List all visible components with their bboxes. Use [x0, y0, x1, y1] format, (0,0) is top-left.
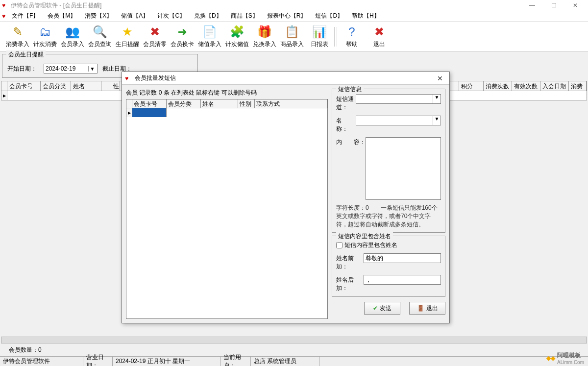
status-app: 伊特会员管理软件 — [0, 357, 83, 366]
name-include-group: 短信内容里包含姓名 短信内容里包含姓名 姓名前加： 姓名后加： — [332, 236, 445, 297]
list-col-contact[interactable]: 联系方式 — [255, 99, 327, 108]
list-hint: 会员 记录数 0 条 在列表处 鼠标右键 可以删除号码 — [126, 89, 328, 97]
toolbar-帮助[interactable]: ?帮助 — [338, 23, 366, 50]
include-name-checkbox[interactable] — [336, 242, 343, 248]
toolbar-会员清零[interactable]: ✖会员清零 — [141, 23, 169, 50]
toolbar-label: 日报表 — [311, 40, 328, 49]
toolbar-储值录入[interactable]: 📄储值录入 — [196, 23, 223, 50]
send-button[interactable]: ✔发送 — [364, 302, 400, 315]
toolbar-label: 会员换卡 — [171, 40, 194, 49]
toolbar-icon: 📊 — [312, 24, 327, 39]
status-biz-label: 营业日期： — [83, 357, 113, 366]
toolbar-兑换录入[interactable]: 🎁兑换录入 — [251, 23, 278, 50]
member-list-grid[interactable]: 会员卡号 会员分类 姓名 性别 联系方式 ▶ — [126, 99, 328, 319]
toolbar-icon: 🎁 — [257, 24, 272, 39]
toolbar-icon: 🧩 — [230, 24, 245, 39]
list-row-marker-head — [126, 99, 132, 108]
list-row-marker: ▶ — [126, 108, 132, 117]
menu-consume[interactable]: 消费【X】 — [85, 12, 112, 20]
prefix-input[interactable] — [364, 253, 441, 263]
toolbar-日报表[interactable]: 📊日报表 — [306, 23, 333, 50]
sms-info-group: 短信信息 短信通道： ▼ 名 称： ▼ 内 容： 字符长度：0 一条短信只能发1… — [332, 89, 445, 233]
dropdown-icon[interactable]: ▼ — [88, 66, 96, 72]
menu-store[interactable]: 储值【A】 — [121, 12, 148, 20]
toolbar-icon: 📄 — [202, 24, 217, 39]
toolbar-会员查询[interactable]: 🔍会员查询 — [86, 23, 114, 50]
suffix-input[interactable] — [364, 275, 441, 285]
toolbar-消费录入[interactable]: ✎消费录入 — [4, 23, 31, 50]
toolbar-生日提醒[interactable]: ★生日提醒 — [114, 23, 141, 50]
menu-member[interactable]: 会员【M】 — [48, 12, 76, 20]
watermark: ◆◆ 阿哩模板ALimm.Com — [546, 351, 584, 365]
menu-count[interactable]: 计次【C】 — [157, 12, 185, 20]
toolbar-退出[interactable]: ✖退出 — [366, 23, 393, 50]
toolbar-label: 计次消费 — [33, 40, 57, 49]
col-name[interactable]: 姓名 — [71, 81, 101, 91]
list-col-name[interactable]: 姓名 — [201, 99, 238, 108]
menu-reports[interactable]: 报表中心【R】 — [267, 12, 307, 20]
menu-exchange[interactable]: 兑换【D】 — [194, 12, 222, 20]
dropdown-icon[interactable]: ▼ — [433, 95, 441, 103]
maximize-button[interactable]: ☐ — [543, 0, 564, 11]
toolbar-icon: ★ — [120, 24, 135, 39]
toolbar-icon: ✖ — [372, 24, 387, 39]
window-close-button[interactable]: ✕ — [564, 0, 586, 11]
sms-dialog: ♥ 会员批量发短信 ✕ 会员 记录数 0 条 在列表处 鼠标右键 可以删除号码 … — [122, 72, 450, 323]
toolbar-计次储值[interactable]: 🧩计次储值 — [223, 23, 251, 50]
exit-button[interactable]: 🚪退出 — [409, 302, 445, 315]
menu-sms[interactable]: 短信【D】 — [315, 12, 343, 20]
list-col-gender[interactable]: 性别 — [238, 99, 255, 108]
dialog-close-button[interactable]: ✕ — [434, 73, 446, 83]
toolbar-label: 兑换录入 — [253, 40, 276, 49]
col-join-date[interactable]: 入会日期 — [540, 81, 569, 91]
menu-file[interactable]: 文件【F】 — [12, 12, 39, 20]
toolbar-label: 商品录入 — [280, 40, 304, 49]
list-col-category[interactable]: 会员分类 — [167, 99, 201, 108]
menu-bar: ♥ 文件【F】 会员【M】 消费【X】 储值【A】 计次【C】 兑换【D】 商品… — [0, 11, 588, 22]
col-cardno[interactable]: 会员卡号 — [7, 81, 41, 91]
col-category[interactable]: 会员分类 — [41, 81, 71, 91]
channel-combo[interactable]: ▼ — [356, 94, 441, 104]
start-date-input[interactable]: ▼ — [44, 64, 98, 73]
col-valid-count[interactable]: 有效次数 — [512, 81, 540, 91]
toolbar-icon: 📋 — [285, 24, 299, 39]
col-points[interactable]: 积分 — [459, 81, 484, 91]
toolbar-icon: ✖ — [147, 24, 162, 39]
toolbar-商品录入[interactable]: 📋商品录入 — [278, 23, 306, 50]
dialog-title-bar: ♥ 会员批量发短信 ✕ — [122, 72, 449, 85]
toolbar-label: 帮助 — [346, 40, 358, 49]
dialog-app-icon: ♥ — [125, 75, 132, 82]
toolbar-label: 消费录入 — [6, 40, 29, 49]
content-label: 内 容： — [336, 137, 366, 146]
member-count: 会员数量：0 — [9, 346, 42, 354]
menu-help[interactable]: 帮助【H】 — [352, 12, 380, 20]
content-textarea[interactable] — [366, 137, 441, 200]
toolbar-计次消费[interactable]: 🗂计次消费 — [31, 23, 59, 50]
toolbar-label: 生日提醒 — [116, 40, 139, 49]
channel-label: 短信通道： — [336, 94, 356, 112]
toolbar-会员换卡[interactable]: ➜会员换卡 — [169, 23, 196, 50]
selected-cell[interactable] — [132, 108, 167, 117]
toolbar-会员录入[interactable]: 👥会员录入 — [59, 23, 86, 50]
name-combo[interactable]: ▼ — [356, 116, 441, 125]
col-consume-count[interactable]: 消费次数 — [484, 81, 512, 91]
status-user-value: 总店 系统管理员 — [251, 357, 319, 366]
dropdown-icon[interactable]: ▼ — [433, 116, 441, 125]
scroll-track[interactable] — [1, 337, 587, 343]
dialog-title: 会员批量发短信 — [135, 74, 176, 82]
menu-app-icon: ♥ — [2, 13, 9, 20]
toolbar-icon: ? — [344, 24, 359, 39]
col-consume[interactable]: 消费 — [569, 81, 587, 91]
include-name-label: 短信内容里包含姓名 — [344, 241, 397, 249]
prefix-label: 姓名前加： — [336, 253, 364, 271]
minimize-button[interactable]: — — [521, 0, 543, 11]
col-gender[interactable]: 性 — [111, 81, 120, 91]
menu-goods[interactable]: 商品【S】 — [231, 12, 258, 20]
start-date-field[interactable] — [44, 65, 88, 72]
col-3[interactable] — [101, 81, 111, 91]
list-col-cardno[interactable]: 会员卡号 — [132, 99, 167, 108]
toolbar-label: 会员查询 — [88, 40, 112, 49]
char-hint: 字符长度：0 一条短信只能发160个英文或数字或字符，或者70个中文字符，超过将… — [336, 204, 441, 228]
toolbar-label: 计次储值 — [225, 40, 249, 49]
door-icon: 🚪 — [417, 305, 424, 312]
